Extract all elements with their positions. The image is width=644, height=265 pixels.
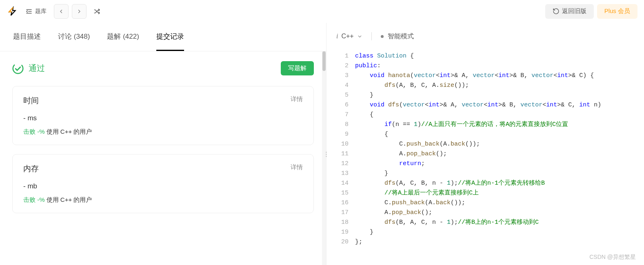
svg-point-0 [12,63,24,74]
right-pane: i C++ 智能模式 12345678910111213141516171819… [326,23,644,265]
logo-icon[interactable] [7,6,18,17]
smart-mode[interactable]: 智能模式 [381,32,414,41]
split-view: 题目描述 讨论 (348) 题解 (422) 提交记录 通过 写题解 时间 详情… [0,23,644,265]
tab-solutions[interactable]: 题解 (422) [107,23,139,51]
watermark: CSDN @异想繁星 [589,254,636,261]
tab-discuss[interactable]: 讨论 (348) [58,23,90,51]
language-label: C++ [341,33,353,40]
code-content[interactable]: class Solution {public: void hanota(vect… [355,50,601,265]
tab-submissions[interactable]: 提交记录 [156,23,184,51]
memory-title: 内存 [23,163,39,174]
tab-description[interactable]: 题目描述 [13,23,41,51]
problems-label: 题库 [35,8,47,15]
check-circle-icon [12,63,24,74]
time-details-link[interactable]: 详情 [291,95,303,106]
status-accepted: 通过 [12,63,45,74]
chevron-right-icon [77,9,82,14]
time-value: - ms [23,114,303,122]
mode-label: 智能模式 [388,32,414,41]
memory-card: 内存 详情 - mb 击败 -% 使用 C++ 的用户 [12,154,314,213]
code-editor[interactable]: 1234567891011121314151617181920 class So… [326,50,644,265]
memory-value: - mb [23,182,303,190]
pane-drag-handle[interactable] [325,144,327,164]
language-select[interactable]: i C++ [336,33,362,40]
italic-i-icon: i [336,33,338,40]
expand-icon [25,8,33,15]
mode-dot-icon [381,35,384,38]
scrollbar-thumb[interactable] [322,51,326,71]
status-text: 通过 [29,63,45,74]
shuffle-button[interactable] [90,4,104,19]
status-row: 通过 写题解 [12,61,314,75]
time-title: 时间 [23,95,39,106]
time-card: 时间 详情 - ms 击败 -% 使用 C++ 的用户 [12,86,314,145]
next-button[interactable] [72,4,87,19]
left-pane: 题目描述 讨论 (348) 题解 (422) 提交记录 通过 写题解 时间 详情… [0,23,326,265]
return-old-button[interactable]: 返回旧版 [545,4,594,19]
problem-tabs: 题目描述 讨论 (348) 题解 (422) 提交记录 [0,23,326,51]
line-gutter: 1234567891011121314151617181920 [326,50,355,265]
problems-link[interactable]: 题库 [21,4,51,19]
plus-member-button[interactable]: Plus 会员 [597,4,637,19]
write-solution-button[interactable]: 写题解 [281,61,314,75]
editor-header: i C++ 智能模式 [326,23,644,50]
top-bar: 题库 返回旧版 Plus 会员 [0,0,644,23]
left-content: 通过 写题解 时间 详情 - ms 击败 -% 使用 C++ 的用户 内存 详情… [0,51,326,265]
undo-icon [553,8,560,15]
divider [371,32,372,40]
plus-label: Plus 会员 [604,7,630,15]
chevron-down-icon [357,34,362,39]
shuffle-icon [93,8,101,15]
chevron-left-icon [59,9,64,14]
prev-button[interactable] [54,4,69,19]
memory-beat: 击败 -% 使用 C++ 的用户 [23,196,303,204]
return-label: 返回旧版 [562,7,586,15]
memory-details-link[interactable]: 详情 [291,163,303,174]
time-beat: 击败 -% 使用 C++ 的用户 [23,128,303,136]
